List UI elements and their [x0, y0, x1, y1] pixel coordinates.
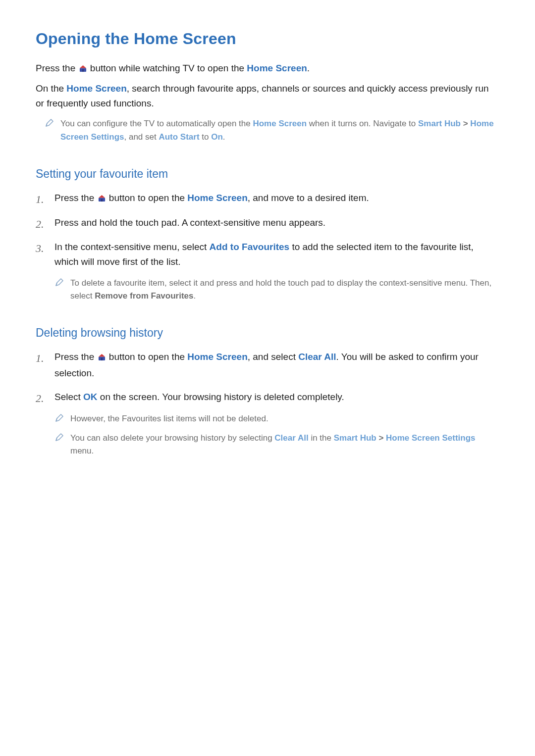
svg-marker-11 — [98, 354, 105, 357]
svg-rect-7 — [101, 199, 103, 202]
term-clear-all: Clear All — [298, 352, 336, 362]
svg-marker-6 — [98, 195, 105, 198]
note-text: To delete a favourite item, select it an… — [70, 277, 499, 303]
term-remove-from-favourites: Remove from Favourites — [95, 291, 193, 301]
term-home-screen-settings: Home Screen Settings — [386, 433, 475, 443]
text: when it turns on. Navigate to — [307, 119, 418, 128]
text: button while watching TV to open the — [90, 63, 247, 73]
page-title: Opening the Home Screen — [36, 30, 499, 48]
text: . — [193, 291, 196, 301]
svg-marker-1 — [79, 65, 86, 68]
term-auto-start: Auto Start — [159, 132, 199, 142]
heading-deleting-history: Deleting browsing history — [36, 326, 499, 340]
home-button-icon — [98, 351, 106, 365]
term-home-screen: Home Screen — [187, 352, 247, 362]
step: Select OK on the screen. Your browsing h… — [36, 390, 499, 457]
step: In the context-sensitive menu, select Ad… — [36, 240, 499, 302]
step: Press the button to open the Home Screen… — [36, 191, 499, 206]
heading-favourite-item: Setting your favourite item — [36, 167, 499, 181]
term-ok: OK — [83, 392, 98, 402]
breadcrumb-separator: > — [461, 119, 470, 128]
text: in the — [309, 433, 334, 443]
text: Press the — [54, 352, 97, 362]
svg-rect-12 — [101, 358, 103, 360]
svg-rect-2 — [82, 69, 84, 72]
text: . — [223, 132, 225, 142]
note-text: However, the Favourites list items will … — [70, 412, 268, 425]
text: to — [200, 132, 212, 142]
term-home-screen: Home Screen — [66, 83, 126, 94]
breadcrumb-separator: > — [376, 433, 386, 443]
text: Press the — [36, 63, 78, 73]
note-text: You can configure the TV to automaticall… — [60, 117, 499, 144]
pencil-icon — [45, 119, 54, 128]
term-clear-all: Clear All — [274, 433, 308, 443]
text: button to open the — [109, 352, 187, 362]
steps-deleting: Press the button to open the Home Screen… — [36, 350, 499, 457]
text: In the context-sensitive menu, select — [54, 242, 210, 252]
term-on: On — [211, 132, 223, 142]
pencil-icon — [54, 433, 63, 442]
svg-marker-13 — [56, 414, 63, 421]
text: , and move to a desired item. — [248, 193, 369, 203]
steps-favourite: Press the button to open the Home Screen… — [36, 191, 499, 302]
term-smart-hub: Smart Hub — [418, 119, 461, 128]
step: Press the button to open the Home Screen… — [36, 350, 499, 381]
pencil-icon — [54, 278, 63, 287]
document-page: Opening the Home Screen Press the button… — [0, 0, 535, 496]
term-smart-hub: Smart Hub — [334, 433, 376, 443]
text: Press the — [54, 193, 97, 203]
note-clear-all-menu: You can also delete your browsing histor… — [54, 432, 499, 458]
term-home-screen: Home Screen — [253, 119, 307, 128]
home-button-icon — [79, 62, 87, 76]
text: button to open the — [109, 193, 187, 203]
intro-paragraph-1: Press the button while watching TV to op… — [36, 61, 499, 76]
text: You can also delete your browsing histor… — [70, 433, 274, 443]
home-button-icon — [98, 192, 106, 206]
text: Press and hold the touch pad. A context-… — [54, 217, 325, 228]
note-remove-favourite: To delete a favourite item, select it an… — [54, 277, 499, 303]
note-favourites-not-deleted: However, the Favourites list items will … — [54, 412, 499, 425]
term-add-to-favourites: Add to Favourites — [210, 242, 290, 252]
note-auto-start: You can configure the TV to automaticall… — [45, 117, 499, 144]
term-home-screen: Home Screen — [247, 63, 307, 73]
text: . — [307, 63, 310, 73]
intro-paragraph-2: On the Home Screen, search through favou… — [36, 81, 499, 110]
step: Press and hold the touch pad. A context-… — [36, 215, 499, 230]
text: You can configure the TV to automaticall… — [60, 119, 253, 128]
text: menu. — [70, 446, 94, 455]
text: Select — [54, 392, 83, 402]
text: on the screen. Your browsing history is … — [98, 392, 344, 402]
svg-marker-8 — [56, 279, 63, 286]
text: , and set — [124, 132, 159, 142]
svg-marker-15 — [56, 434, 63, 441]
term-home-screen: Home Screen — [187, 193, 247, 203]
note-text: You can also delete your browsing histor… — [70, 432, 499, 458]
svg-marker-3 — [46, 119, 53, 126]
pencil-icon — [54, 414, 63, 423]
text: On the — [36, 83, 66, 94]
text: , and select — [248, 352, 298, 362]
